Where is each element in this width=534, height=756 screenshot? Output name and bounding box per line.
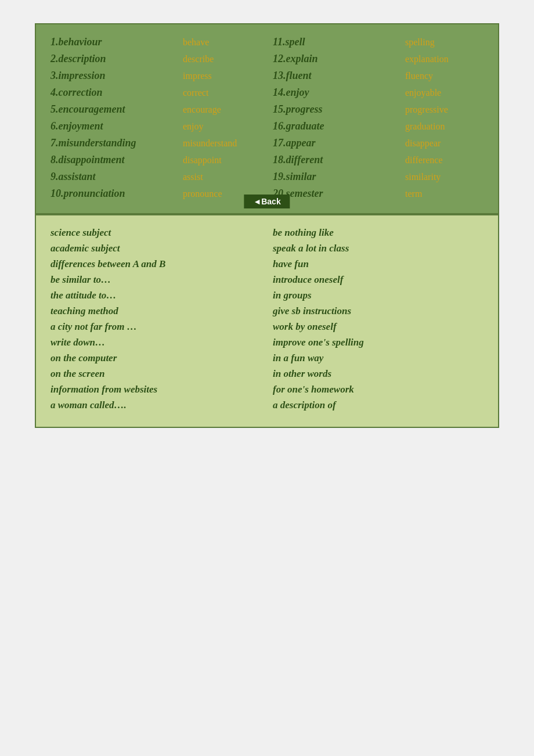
phrase-item: a description of (273, 399, 484, 411)
vocab-verb: assist (183, 172, 203, 182)
vocab-verb: encourage (183, 105, 221, 115)
vocab-word: 15.progress (273, 103, 400, 116)
phrases-right-col: be nothing likespeak a lot in classhave … (273, 227, 484, 415)
vocab-row: 12.explain explanation (273, 53, 484, 65)
vocab-word: 4.correction (50, 87, 178, 99)
vocab-verb: progressive (405, 105, 448, 115)
vocab-word: 6.enjoyment (50, 120, 178, 132)
vocab-verb: spelling (405, 37, 435, 48)
vocab-row: 19.similar similarity (273, 171, 484, 183)
phrase-item: a city not far from … (50, 321, 261, 333)
vocab-left-col: 1.behaviour behave 2.description describ… (50, 36, 261, 204)
phrase-item: teaching method (50, 305, 261, 317)
vocab-verb: impress (183, 71, 212, 81)
vocab-word: 19.similar (273, 171, 400, 183)
phrase-item: give sb instructions (273, 305, 484, 317)
vocab-verb: disappear (405, 138, 441, 149)
phrase-item: in a fun way (273, 352, 484, 364)
vocab-verb: difference (405, 155, 443, 165)
vocab-word: 13.fluent (273, 70, 400, 82)
phrase-item: the attitude to… (50, 290, 261, 301)
vocab-table: 1.behaviour behave 2.description describ… (35, 23, 499, 214)
vocab-row: 18.different difference (273, 154, 484, 166)
vocab-row: 17.appear disappear (273, 137, 484, 149)
phrase-item: introduce oneself (273, 274, 484, 286)
vocab-verb: correct (183, 88, 208, 98)
vocab-verb: explanation (405, 54, 449, 64)
vocab-row: 10.pronunciation pronounce (50, 188, 261, 200)
phrase-item: in other words (273, 368, 484, 380)
vocab-verb: behave (183, 37, 209, 48)
vocab-verb: disappoint (183, 155, 222, 165)
vocab-word: 14.enjoy (273, 87, 400, 99)
vocab-word: 1.behaviour (50, 36, 178, 48)
vocab-word: 9.assistant (50, 171, 178, 183)
vocab-row: 3.impression impress (50, 70, 261, 82)
vocab-word: 12.explain (273, 53, 400, 65)
vocab-word: 10.pronunciation (50, 188, 178, 200)
vocab-row: 11.spell spelling (273, 36, 484, 48)
vocab-verb: graduation (405, 121, 445, 132)
phrase-item: information from websites (50, 384, 261, 395)
vocab-word: 16.graduate (273, 120, 400, 132)
vocab-row: 5.encouragement encourage (50, 103, 261, 116)
phrase-item: on the screen (50, 368, 261, 380)
vocab-grid: 1.behaviour behave 2.description describ… (50, 36, 484, 204)
phrases-grid: science subjectacademic subjectdifferenc… (50, 227, 484, 415)
vocab-row: 8.disappointment disappoint (50, 154, 261, 166)
vocab-row: 13.fluent fluency (273, 70, 484, 82)
vocab-row: 4.correction correct (50, 87, 261, 99)
vocab-verb: pronounce (183, 189, 222, 199)
phrase-item: differences between A and B (50, 258, 261, 270)
phrases-section: science subjectacademic subjectdifferenc… (35, 214, 499, 428)
vocab-word: 18.different (273, 154, 400, 166)
vocab-word: 3.impression (50, 70, 178, 82)
phrase-item: speak a lot in class (273, 243, 484, 254)
vocab-row: 9.assistant assist (50, 171, 261, 183)
vocab-word: 8.disappointment (50, 154, 178, 166)
vocab-row: 15.progress progressive (273, 103, 484, 116)
vocab-word: 7.misunderstanding (50, 137, 178, 149)
phrase-item: on the computer (50, 352, 261, 364)
phrase-item: for one's homework (273, 384, 484, 395)
vocab-word: 2.description (50, 53, 178, 65)
vocab-verb: enjoyable (405, 88, 441, 98)
vocab-word: 5.encouragement (50, 103, 178, 116)
phrase-item: a woman called…. (50, 399, 261, 411)
vocab-verb: misunderstand (183, 138, 237, 149)
phrase-item: academic subject (50, 243, 261, 254)
vocab-word: 11.spell (273, 36, 400, 48)
vocab-verb: term (405, 189, 422, 199)
vocab-word: 17.appear (273, 137, 400, 149)
phrase-item: be nothing like (273, 227, 484, 239)
vocab-verb: similarity (405, 172, 441, 182)
vocab-row: 1.behaviour behave (50, 36, 261, 48)
vocab-word: 20.semester (273, 188, 400, 200)
phrase-item: write down… (50, 337, 261, 348)
vocab-row: 7.misunderstanding misunderstand (50, 137, 261, 149)
vocab-row: 20.semester term (273, 188, 484, 200)
vocab-row: 16.graduate graduation (273, 120, 484, 132)
vocab-verb: enjoy (183, 121, 204, 132)
vocab-row: 2.description describe (50, 53, 261, 65)
phrase-item: in groups (273, 290, 484, 301)
vocab-row: 6.enjoyment enjoy (50, 120, 261, 132)
vocab-verb: fluency (405, 71, 433, 81)
vocab-right-col: 11.spell spelling 12.explain explanation… (273, 36, 484, 204)
phrase-item: be similar to… (50, 274, 261, 286)
phrase-item: work by oneself (273, 321, 484, 333)
phrase-item: have fun (273, 258, 484, 270)
phrases-left-col: science subjectacademic subjectdifferenc… (50, 227, 261, 415)
phrase-item: science subject (50, 227, 261, 239)
back-button[interactable]: ◄Back (244, 195, 290, 208)
vocab-row: 14.enjoy enjoyable (273, 87, 484, 99)
phrase-item: improve one's spelling (273, 337, 484, 348)
vocab-verb: describe (183, 54, 214, 64)
